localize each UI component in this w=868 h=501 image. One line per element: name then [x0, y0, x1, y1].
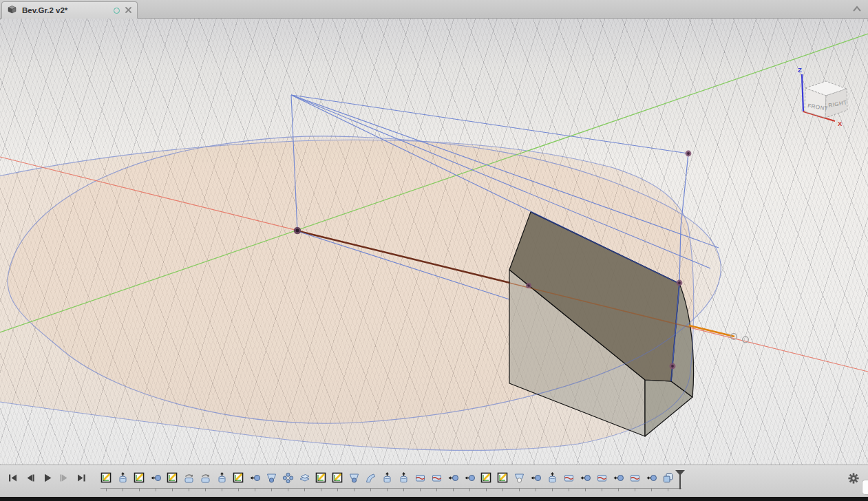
- origin-point: [294, 227, 301, 234]
- ruler-tick: [370, 488, 371, 491]
- feature-split-icon[interactable]: [431, 472, 443, 484]
- ruler-tick: [123, 488, 123, 491]
- ruler-tick: [635, 488, 635, 491]
- ruler-tick: [321, 488, 321, 491]
- feature-sketch-icon[interactable]: [497, 472, 509, 484]
- document-cube-icon: [7, 4, 17, 17]
- feature-fillet-icon[interactable]: [348, 472, 360, 484]
- feature-sweep-icon[interactable]: [365, 472, 377, 484]
- ruler-tick: [585, 488, 586, 491]
- viewcube-z-axis: [802, 74, 803, 111]
- feature-point-icon[interactable]: [530, 472, 542, 484]
- feature-extrude-icon[interactable]: [117, 472, 129, 484]
- ruler-tick: [337, 488, 338, 491]
- feature-pattern-icon[interactable]: [282, 472, 294, 484]
- document-tab[interactable]: Bev.Gr.2 v2*: [1, 1, 138, 19]
- step-forward-button[interactable]: [59, 472, 70, 484]
- feature-surface-icon[interactable]: [299, 472, 310, 484]
- ruler-tick: [502, 488, 503, 491]
- 3d-viewport-canvas[interactable]: Z X FRONT RIGHT: [0, 19, 868, 465]
- timeline-playhead-marker[interactable]: [673, 469, 687, 491]
- ruler-tick: [469, 488, 470, 491]
- ruler-tick: [436, 488, 437, 491]
- feature-fillet-white-icon[interactable]: [514, 472, 525, 484]
- timeline-settings-gear-icon[interactable]: [847, 472, 860, 484]
- play-button[interactable]: [41, 472, 53, 484]
- ruler-tick: [255, 488, 255, 491]
- ruler-tick: [288, 488, 288, 491]
- tab-title: Bev.Gr.2 v2*: [22, 6, 67, 14]
- document-tab-bar: Bev.Gr.2 v2*: [0, 0, 868, 19]
- vertex-point: [670, 363, 676, 370]
- feature-extrude-icon[interactable]: [381, 472, 393, 484]
- ruler-tick: [304, 488, 305, 491]
- vertex-point: [686, 151, 692, 157]
- ruler-tick: [486, 488, 487, 491]
- window-bottom-edge: [0, 497, 868, 501]
- ruler-tick: [271, 488, 272, 491]
- feature-point-icon[interactable]: [249, 472, 261, 484]
- feature-extrude-icon[interactable]: [398, 472, 410, 484]
- feature-revolve-icon[interactable]: [183, 472, 195, 484]
- feature-point-icon[interactable]: [447, 472, 459, 484]
- feature-split-icon[interactable]: [563, 472, 575, 484]
- feature-fillet-icon[interactable]: [266, 472, 277, 484]
- scene-graphics: [0, 19, 868, 465]
- step-back-button[interactable]: [24, 472, 36, 484]
- feature-sketch-icon[interactable]: [100, 472, 112, 484]
- collapse-toolbar-chevron-up-icon[interactable]: [851, 4, 862, 14]
- feature-split-icon[interactable]: [414, 472, 426, 484]
- ruler-tick: [238, 488, 239, 491]
- ruler-tick: [618, 488, 619, 491]
- feature-point-icon[interactable]: [150, 472, 162, 484]
- timeline-playback-controls: [7, 472, 87, 484]
- feature-sketch-icon[interactable]: [480, 472, 492, 484]
- ruler-tick: [172, 488, 173, 491]
- vertex-point: [526, 283, 531, 288]
- x-axis-label: X: [838, 120, 843, 127]
- feature-sketch-icon[interactable]: [233, 472, 244, 484]
- feature-combine-icon[interactable]: [662, 472, 674, 484]
- ruler-tick: [552, 488, 553, 491]
- feature-point-icon[interactable]: [580, 472, 591, 484]
- ruler-tick: [403, 488, 404, 491]
- axis-highlight-orange-segment[interactable]: [689, 326, 734, 337]
- timeline-ruler: [100, 488, 681, 489]
- timeline-features: [100, 472, 674, 484]
- ruler-tick: [354, 488, 354, 491]
- ruler-tick: [668, 488, 668, 491]
- ruler-tick: [222, 488, 222, 491]
- ruler-tick: [139, 488, 140, 491]
- ruler-tick: [569, 488, 569, 491]
- feature-split-icon[interactable]: [629, 472, 641, 484]
- feature-sketch-icon[interactable]: [332, 472, 343, 484]
- feature-extrude-icon[interactable]: [547, 472, 558, 484]
- feature-extrude-icon[interactable]: [216, 472, 228, 484]
- skip-to-start-button[interactable]: [7, 472, 19, 484]
- ruler-tick: [387, 488, 388, 491]
- tab-modified-circle-icon: [114, 8, 120, 14]
- ruler-tick: [189, 488, 189, 491]
- feature-sketch-icon[interactable]: [315, 472, 327, 484]
- ruler-tick: [453, 488, 454, 491]
- feature-point-icon[interactable]: [464, 472, 476, 484]
- ruler-tick: [651, 488, 652, 491]
- skip-to-end-button[interactable]: [76, 472, 87, 484]
- feature-sketch-icon[interactable]: [167, 472, 178, 484]
- view-cube[interactable]: Z X FRONT RIGHT: [787, 63, 862, 136]
- timeline-bar: [0, 465, 868, 497]
- feature-point-icon[interactable]: [613, 472, 624, 484]
- feature-sketch-icon[interactable]: [134, 472, 145, 484]
- feature-revolve-icon[interactable]: [200, 472, 211, 484]
- ruler-tick: [106, 488, 107, 491]
- tab-close-icon[interactable]: [125, 4, 132, 17]
- ruler-tick: [536, 488, 536, 491]
- z-axis-label: Z: [798, 66, 802, 74]
- bottom-corner-handle[interactable]: [862, 480, 868, 495]
- ruler-tick: [602, 488, 602, 491]
- feature-point-icon[interactable]: [646, 472, 657, 484]
- ruler-tick: [420, 488, 421, 491]
- ruler-tick: [205, 488, 206, 491]
- feature-split-icon[interactable]: [596, 472, 608, 484]
- ruler-tick: [519, 488, 520, 491]
